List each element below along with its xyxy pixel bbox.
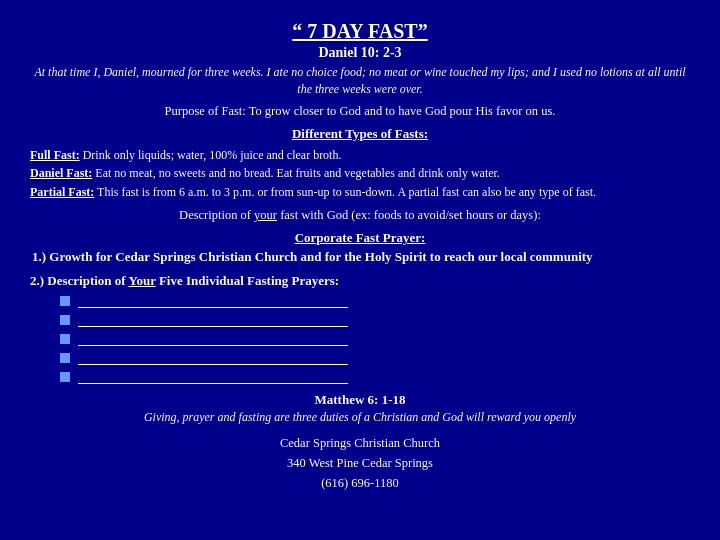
church-phone: (616) 696-1180 bbox=[30, 473, 690, 493]
purpose-text: Purpose of Fast: To grow closer to God a… bbox=[30, 104, 690, 119]
bullet-1 bbox=[60, 296, 70, 306]
description-line: Description of your fast with God (ex: f… bbox=[30, 208, 690, 223]
church-info: Cedar Springs Christian Church 340 West … bbox=[30, 433, 690, 493]
prayer-line-1 bbox=[60, 294, 690, 308]
bullet-2 bbox=[60, 315, 70, 325]
partial-fast-desc: This fast is from 6 a.m. to 3 p.m. or fr… bbox=[97, 185, 596, 199]
full-fast-desc: Drink only liquids; water, 100% juice an… bbox=[83, 148, 342, 162]
partial-fast: Partial Fast: This fast is from 6 a.m. t… bbox=[30, 183, 690, 202]
prayer-underline-5 bbox=[78, 370, 348, 384]
prayer-underline-3 bbox=[78, 332, 348, 346]
description-label: Description of bbox=[179, 208, 254, 222]
prayer-line-3 bbox=[60, 332, 690, 346]
daniel-fast: Daniel Fast: Eat no meat, no sweets and … bbox=[30, 164, 690, 183]
bullet-3 bbox=[60, 334, 70, 344]
prayer-underline-1 bbox=[78, 294, 348, 308]
prayer-underline-2 bbox=[78, 313, 348, 327]
corporate-title: Corporate Fast Prayer: bbox=[30, 230, 690, 246]
bullet-5 bbox=[60, 372, 70, 382]
bullet-4 bbox=[60, 353, 70, 363]
different-types-title: Different Types of Fasts: bbox=[30, 126, 690, 142]
page: “ 7 DAY FAST” Daniel 10: 2-3 At that tim… bbox=[0, 0, 720, 540]
description-rest: fast with God (ex: foods to avoid/set ho… bbox=[277, 208, 541, 222]
individual-label: 2.) Description of bbox=[30, 273, 128, 288]
verse-text: At that time I, Daniel, mourned for thre… bbox=[30, 64, 690, 98]
church-address: 340 West Pine Cedar Springs bbox=[30, 453, 690, 473]
main-title: “ 7 DAY FAST” bbox=[30, 18, 690, 44]
prayer-line-2 bbox=[60, 313, 690, 327]
bible-reference: Daniel 10: 2-3 bbox=[30, 45, 690, 61]
full-fast-label: Full Fast: bbox=[30, 148, 80, 162]
church-name: Cedar Springs Christian Church bbox=[30, 433, 690, 453]
prayer-line-5 bbox=[60, 370, 690, 384]
prayer-line-4 bbox=[60, 351, 690, 365]
matthew-verse: Giving, prayer and fasting are three dut… bbox=[30, 410, 690, 425]
prayer-underline-4 bbox=[78, 351, 348, 365]
fasts-list: Full Fast: Drink only liquids; water, 10… bbox=[30, 146, 690, 202]
daniel-fast-desc: Eat no meat, no sweets and no bread. Eat… bbox=[95, 166, 500, 180]
prayer-lines bbox=[30, 294, 690, 384]
individual-rest: Five Individual Fasting Prayers: bbox=[156, 273, 339, 288]
corporate-prayer-text: 1.) Growth for Cedar Springs Christian C… bbox=[30, 249, 690, 265]
individual-title: 2.) Description of Your Five Individual … bbox=[30, 273, 690, 289]
daniel-fast-label: Daniel Fast: bbox=[30, 166, 92, 180]
partial-fast-label: Partial Fast: bbox=[30, 185, 94, 199]
full-fast: Full Fast: Drink only liquids; water, 10… bbox=[30, 146, 690, 165]
individual-underline: Your bbox=[128, 273, 155, 288]
description-underline: your bbox=[254, 208, 277, 222]
matthew-title: Matthew 6: 1-18 bbox=[30, 392, 690, 408]
